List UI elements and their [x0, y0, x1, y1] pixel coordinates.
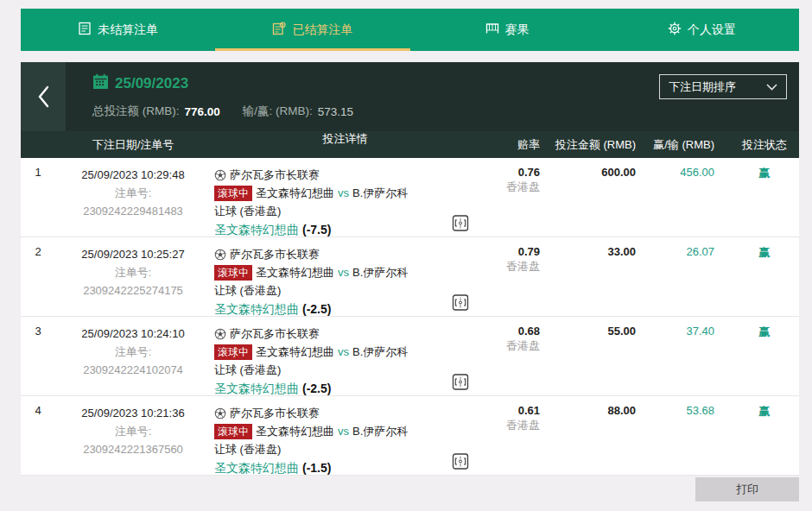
league-name: 萨尔瓦多市长联赛 — [230, 404, 320, 422]
col-status-header: 投注状态 — [730, 137, 799, 153]
league-name: 萨尔瓦多市长联赛 — [230, 166, 320, 184]
total-stake-label: 总投注额 (RMB): — [92, 104, 180, 119]
back-button[interactable] — [21, 62, 66, 131]
odds-value: 0.76 — [479, 166, 540, 179]
col-date-header: 下注日期/注单号 — [55, 137, 211, 153]
col-winloss-header: 赢/输 (RMB) — [648, 137, 730, 153]
handicap-value: (-2.5) — [302, 380, 331, 398]
ticket-number: 2309242229481483 — [55, 202, 211, 220]
table-header-row: 下注日期/注单号 投注详情 赔率 投注金额 (RMB) 赢/输 (RMB) 投注… — [21, 131, 799, 158]
tab-personal-settings[interactable]: 个人设置 — [605, 9, 799, 51]
odds-value: 0.68 — [479, 325, 540, 338]
sort-dropdown[interactable]: 下注日期排序 — [659, 74, 787, 99]
print-button[interactable]: 打印 — [695, 477, 799, 502]
gear-icon — [668, 22, 682, 38]
ticket-number: 2309242224102074 — [55, 361, 211, 379]
stake-amount: 33.00 — [549, 245, 648, 258]
tab-unsettled-bets[interactable]: 未结算注单 — [21, 9, 215, 51]
bet-rows: 1 25/09/2023 10:29:48 注单号: 2309242229481… — [21, 158, 799, 476]
top-nav: 未结算注单 已结算注单 赛果 个人设置 — [21, 9, 799, 51]
pitch-icon[interactable] — [452, 452, 469, 470]
away-team: B.伊萨尔科 — [352, 184, 408, 202]
row-index: 4 — [21, 404, 55, 417]
soccer-ball-icon — [214, 249, 226, 261]
bet-details-cell: 萨尔瓦多市长联赛 滚球中 圣文森特幻想曲 vs B.伊萨尔科 让球 (香港盘) … — [211, 404, 479, 475]
odds-type: 香港盘 — [479, 417, 540, 434]
ticket-label: 注单号: — [55, 343, 211, 361]
odds-cell: 0.68 香港盘 — [479, 325, 549, 355]
odds-value: 0.79 — [479, 245, 540, 258]
winloss-amount: 53.68 — [648, 404, 730, 417]
settled-bets-panel: 25/09/2023 总投注额 (RMB): 776.00 输/赢: (RMB)… — [21, 62, 799, 476]
chevron-left-icon — [36, 85, 50, 108]
col-odds-header: 赔率 — [479, 137, 549, 153]
bet-status: 赢 — [730, 325, 799, 340]
total-stake-value: 776.00 — [185, 105, 220, 118]
ticket-number: 2309242225274175 — [55, 281, 211, 300]
pitch-icon[interactable] — [452, 293, 469, 312]
pick-team-link[interactable]: 圣文森特幻想曲 — [214, 459, 299, 477]
vs-label: vs — [338, 343, 349, 361]
pick-team-link[interactable]: 圣文森特幻想曲 — [214, 380, 299, 398]
away-team: B.伊萨尔科 — [352, 343, 408, 361]
table-row: 2 25/09/2023 10:25:27 注单号: 2309242225274… — [21, 237, 799, 317]
away-team: B.伊萨尔科 — [352, 263, 408, 281]
league-name: 萨尔瓦多市长联赛 — [230, 245, 320, 263]
row-index: 1 — [21, 166, 55, 179]
handicap-value: (-2.5) — [302, 300, 331, 319]
winloss-amount: 456.00 — [648, 166, 730, 179]
calendar-icon — [92, 73, 109, 94]
row-index: 3 — [21, 325, 55, 338]
live-badge: 滚球中 — [214, 265, 252, 281]
selected-date: 25/09/2023 — [115, 75, 188, 92]
tab-label: 未结算注单 — [98, 22, 158, 38]
pitch-icon[interactable] — [452, 214, 469, 232]
panel-header: 25/09/2023 总投注额 (RMB): 776.00 输/赢: (RMB)… — [21, 62, 799, 131]
home-team: 圣文森特幻想曲 — [256, 343, 334, 361]
away-team: B.伊萨尔科 — [352, 422, 408, 440]
pick-team-link[interactable]: 圣文森特幻想曲 — [214, 300, 299, 319]
live-badge: 滚球中 — [214, 186, 252, 201]
bet-datetime: 25/09/2023 10:24:10 — [55, 325, 211, 343]
market-type: 让球 (香港盘) — [214, 281, 479, 300]
sort-dropdown-value: 下注日期排序 — [669, 79, 736, 95]
odds-type: 香港盘 — [479, 338, 540, 355]
soccer-ball-icon — [214, 407, 226, 420]
ticket-number: 2309242221367560 — [55, 440, 211, 458]
tab-label: 个人设置 — [688, 22, 736, 38]
live-badge: 滚球中 — [214, 344, 252, 360]
bet-date-ticket-cell: 25/09/2023 10:24:10 注单号: 230924222410207… — [55, 325, 211, 379]
odds-cell: 0.76 香港盘 — [479, 166, 549, 196]
pick-team-link[interactable]: 圣文森特幻想曲 — [214, 221, 299, 239]
odds-value: 0.61 — [479, 404, 540, 417]
unsettled-bets-icon — [78, 22, 92, 38]
market-type: 让球 (香港盘) — [214, 440, 479, 458]
table-row: 4 25/09/2023 10:21:36 注单号: 2309242221367… — [21, 396, 799, 476]
vs-label: vs — [338, 263, 349, 281]
tab-results[interactable]: 赛果 — [410, 9, 605, 51]
odds-cell: 0.79 香港盘 — [479, 245, 549, 275]
bet-datetime: 25/09/2023 10:21:36 — [55, 404, 211, 422]
winloss-total-label: 输/赢: (RMB): — [243, 104, 313, 119]
home-team: 圣文森特幻想曲 — [256, 422, 334, 440]
bet-details-cell: 萨尔瓦多市长联赛 滚球中 圣文森特幻想曲 vs B.伊萨尔科 让球 (香港盘) … — [211, 245, 479, 316]
ticket-label: 注单号: — [55, 184, 211, 202]
home-team: 圣文森特幻想曲 — [256, 263, 334, 281]
odds-cell: 0.61 香港盘 — [479, 404, 549, 434]
bet-date-ticket-cell: 25/09/2023 10:21:36 注单号: 230924222136756… — [55, 404, 211, 458]
odds-type: 香港盘 — [479, 179, 540, 196]
tab-settled-bets[interactable]: 已结算注单 — [215, 9, 409, 51]
table-row: 3 25/09/2023 10:24:10 注单号: 2309242224102… — [21, 317, 799, 396]
winloss-total-value: 573.15 — [318, 105, 353, 118]
bet-datetime: 25/09/2023 10:29:48 — [55, 166, 211, 184]
goal-icon — [485, 22, 499, 38]
market-type: 让球 (香港盘) — [214, 361, 479, 379]
stake-amount: 55.00 — [549, 325, 648, 338]
pitch-icon[interactable] — [452, 373, 469, 391]
ticket-label: 注单号: — [55, 263, 211, 281]
live-badge: 滚球中 — [214, 424, 252, 439]
vs-label: vs — [338, 184, 349, 202]
ticket-label: 注单号: — [55, 422, 211, 440]
bet-details-cell: 萨尔瓦多市长联赛 滚球中 圣文森特幻想曲 vs B.伊萨尔科 让球 (香港盘) … — [211, 325, 479, 395]
table-row: 1 25/09/2023 10:29:48 注单号: 2309242229481… — [21, 158, 799, 237]
